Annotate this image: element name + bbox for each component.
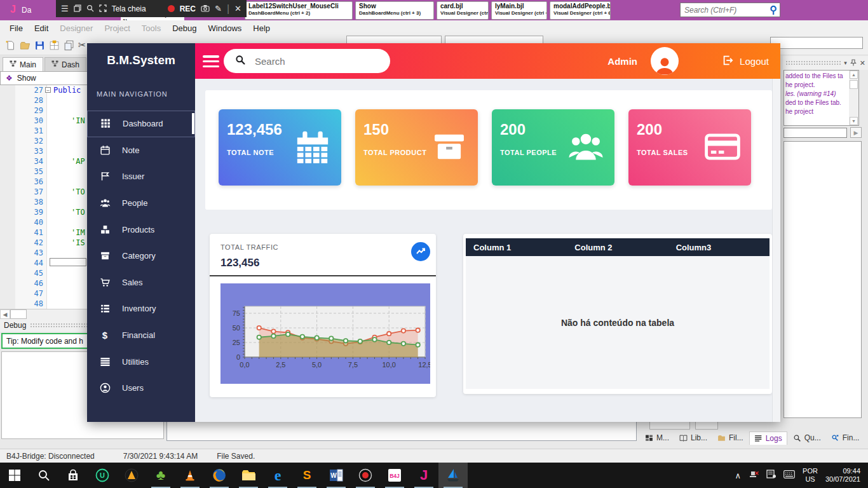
user-name[interactable]: Admin xyxy=(607,56,637,67)
title-tab-6[interactable]: modalAddPeople.bjlVisual Designer (ctrl … xyxy=(550,1,611,20)
taskbar-icon-search[interactable] xyxy=(29,463,58,488)
inline-edit-box[interactable] xyxy=(50,258,86,266)
taskbar-icon-word[interactable]: W xyxy=(322,463,351,488)
title-tab-4[interactable]: card.bjlVisual Designer (ctrl + 4) xyxy=(437,1,489,20)
scroll-thumb[interactable] xyxy=(10,309,27,319)
logs-filter-input[interactable] xyxy=(783,128,847,138)
toolbar-filter-field[interactable] xyxy=(770,37,863,49)
sidebar-item-users[interactable]: Users xyxy=(87,375,195,402)
save-icon[interactable] xyxy=(34,40,45,51)
panel-tab-qu[interactable]: Qu... xyxy=(789,431,825,444)
recorder-menu-icon[interactable]: ☰ xyxy=(61,4,69,13)
table-column-1[interactable]: Column 1 xyxy=(466,243,567,252)
scroll-down-arrow[interactable]: ▼ xyxy=(850,117,858,125)
app-search-input[interactable] xyxy=(254,55,374,67)
logs-scrollbar[interactable]: ▲ ▼ xyxy=(849,71,858,125)
sidebar-item-sales[interactable]: Sales xyxy=(87,269,195,296)
taskbar-icon-jide[interactable]: J xyxy=(409,463,438,488)
clock[interactable]: 09:44 30/07/2021 xyxy=(825,467,860,484)
taskbar-icon-edge[interactable]: e xyxy=(263,463,292,488)
notification-icon[interactable] xyxy=(766,470,776,481)
hamburger-icon[interactable] xyxy=(203,55,219,67)
open-folder-icon[interactable] xyxy=(20,40,31,51)
tray-chevron-icon[interactable]: ∧ xyxy=(735,471,742,480)
taskbar-icon-iobit[interactable]: U xyxy=(88,463,117,488)
taskbar-icon-start[interactable] xyxy=(0,463,29,488)
panel-tab-fin[interactable]: Fin... xyxy=(827,431,864,444)
sidebar-item-dashboard[interactable]: Dashboard xyxy=(87,111,195,137)
pin-icon[interactable] xyxy=(850,57,857,69)
package-icon[interactable] xyxy=(49,40,60,51)
sidebar-scroll-thumb[interactable] xyxy=(192,113,194,134)
recorder-camera-icon[interactable] xyxy=(201,3,210,15)
copy-icon[interactable] xyxy=(64,40,74,51)
table-column-2[interactable]: Column 2 xyxy=(567,243,668,252)
recorder-pencil-icon[interactable]: ✎ xyxy=(215,4,222,13)
taskbar-icon-recorder[interactable] xyxy=(351,463,380,488)
chevron-down-icon[interactable]: ▾ xyxy=(844,60,847,66)
fold-marker[interactable]: – xyxy=(45,87,51,93)
table-column-3[interactable]: Column3 xyxy=(668,243,770,252)
sidebar-item-issuer[interactable]: Issuer xyxy=(87,163,195,190)
ide-search-input[interactable] xyxy=(683,5,770,15)
play-icon[interactable]: ▶ xyxy=(850,127,862,138)
taskbar-icon-explorer[interactable] xyxy=(234,463,263,488)
recorder-window-icon[interactable] xyxy=(74,3,81,15)
sidebar-item-inventory[interactable]: Inventory xyxy=(87,295,195,322)
menu-designer[interactable]: Designer xyxy=(54,24,98,33)
panel-tab-lib[interactable]: Lib... xyxy=(675,431,712,444)
new-file-icon[interactable]: * xyxy=(5,40,16,51)
taskbar-icon-clover[interactable]: ♣ xyxy=(146,463,175,488)
sidebar-item-people[interactable]: People xyxy=(87,190,195,217)
menu-tools[interactable]: Tools xyxy=(136,24,166,33)
cut-icon[interactable]: ✂ xyxy=(78,39,86,51)
scroll-left-arrow[interactable]: ◀ xyxy=(0,309,10,319)
toolbar-combo-2[interactable] xyxy=(445,36,543,43)
taskbar-icon-sublime[interactable]: S xyxy=(292,463,322,488)
search-icon[interactable]: ⚲ xyxy=(770,4,777,16)
sidebar-item-category[interactable]: Category xyxy=(87,243,195,269)
taskbar-icon-aimp[interactable] xyxy=(117,463,146,488)
recorder-close-icon[interactable]: ✕ xyxy=(234,4,241,13)
keyboard-icon[interactable] xyxy=(783,470,795,481)
menu-project[interactable]: Project xyxy=(98,24,135,33)
taskbar-icon-boat[interactable] xyxy=(438,463,468,488)
title-tab-5[interactable]: lyMain.bjlVisual Designer (ctrl + 5) xyxy=(491,1,547,20)
taskbar-icon-firefox[interactable] xyxy=(205,463,234,488)
menu-debug[interactable]: Debug xyxy=(166,24,202,33)
close-icon[interactable]: ✕ xyxy=(860,59,865,67)
logs-drag-handle[interactable] xyxy=(785,60,841,65)
record-dot-icon[interactable] xyxy=(168,5,175,12)
language-indicator[interactable]: POR US xyxy=(803,467,818,484)
taskbar-icon-b4j[interactable]: B4J xyxy=(380,463,409,488)
taskbar-icon-store[interactable] xyxy=(58,463,88,488)
sidebar-item-note[interactable]: Note xyxy=(87,137,195,164)
avatar[interactable] xyxy=(651,47,679,75)
panel-tab-m[interactable]: M... xyxy=(641,431,674,444)
menu-edit[interactable]: Edit xyxy=(29,24,54,33)
sidebar-item-financial[interactable]: $Financial xyxy=(87,322,195,349)
network-error-icon[interactable]: ✕ xyxy=(749,470,759,481)
ide-search-box[interactable]: ⚲ xyxy=(680,3,780,17)
recorder-crop-icon[interactable] xyxy=(99,3,107,15)
title-tab-3[interactable]: ShowDashBoardMenu (ctrl + 3) xyxy=(355,1,434,20)
menu-file[interactable]: File xyxy=(4,24,29,33)
title-tab-2[interactable]: Label12SwitchUser_MouseCliDashBoardMenu … xyxy=(245,1,353,20)
sidebar-item-utilities[interactable]: Utilities xyxy=(87,348,195,375)
app-search-box[interactable] xyxy=(224,49,390,73)
taskbar-icon-vlc[interactable] xyxy=(175,463,205,488)
panel-tab-fil[interactable]: Fil... xyxy=(713,431,748,444)
recorder-mode-label[interactable]: Tela cheia xyxy=(112,4,146,13)
toolbar-combo-1[interactable] xyxy=(346,36,442,43)
sidebar-item-products[interactable]: Products xyxy=(87,216,195,243)
editor-tab-dash[interactable]: Dash xyxy=(44,57,86,71)
recorder-search-icon[interactable] xyxy=(86,3,94,15)
trend-badge[interactable] xyxy=(411,242,430,261)
app-scrollbar[interactable] xyxy=(772,79,780,422)
panel-tab-logs[interactable]: Logs xyxy=(749,431,787,445)
menu-windows[interactable]: Windows xyxy=(203,24,248,33)
menu-help[interactable]: Help xyxy=(247,24,276,33)
editor-tab-main[interactable]: Main xyxy=(3,57,43,71)
logout-button[interactable]: Logout xyxy=(722,55,769,68)
scroll-thumb[interactable] xyxy=(850,80,858,89)
